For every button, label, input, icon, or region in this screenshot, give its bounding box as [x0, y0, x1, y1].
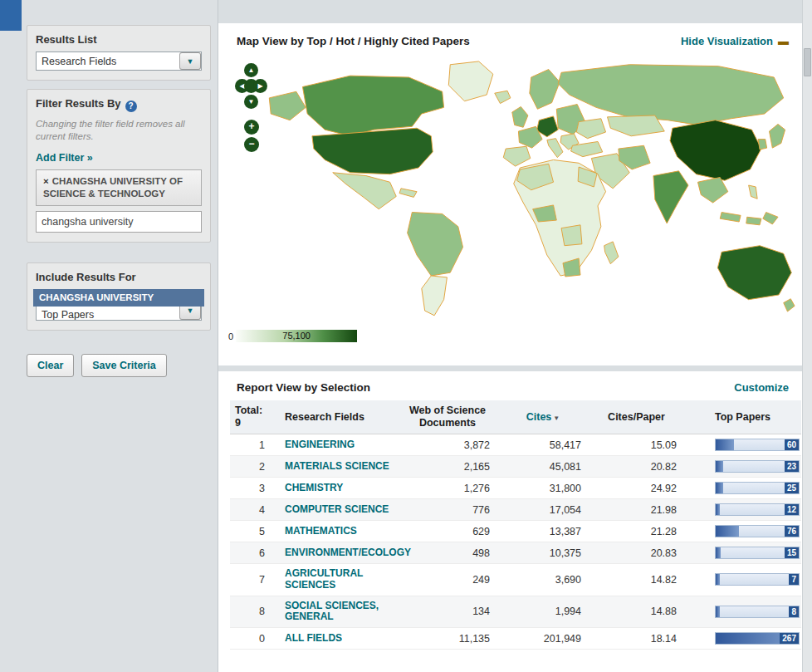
country-japan [770, 124, 785, 148]
top-papers-bar-fill [716, 526, 739, 537]
clear-button[interactable]: Clear [27, 354, 74, 377]
pan-down-button[interactable]: ▼ [244, 95, 258, 109]
top-papers-bar: 60 [715, 439, 800, 451]
column-header-wos-documents[interactable]: Web of Science Documents [398, 400, 497, 434]
top-papers-bar-fill [716, 483, 723, 493]
add-filter-link[interactable]: Add Filter » [36, 152, 93, 164]
country-greenland [448, 61, 493, 101]
country-philippines [749, 185, 758, 199]
top-papers-value: 76 [785, 526, 799, 537]
filter-note: Changing the filter field removes all cu… [36, 118, 202, 143]
country-scandinavia [530, 69, 560, 109]
help-icon[interactable]: ? [125, 101, 137, 112]
row-rank: 6 [230, 542, 281, 564]
top-papers-bar-fill [716, 461, 723, 472]
scrollbar-thumb[interactable] [804, 48, 811, 76]
row-field-link[interactable]: ENVIRONMENT/ECOLOGY [285, 547, 411, 559]
row-rank: 7 [230, 564, 281, 596]
pan-up-button[interactable]: ▲ [244, 63, 258, 77]
country-kazakhstan [608, 115, 665, 136]
row-cites: 45,081 [497, 456, 589, 478]
results-list-panel: Results List Research Fields ▼ [27, 25, 211, 81]
map-view-title: Map View by Top / Hot / Highly Cited Pap… [237, 35, 470, 47]
country-argentina [422, 276, 448, 316]
row-field-cell: COMPUTER SCIENCE [281, 499, 398, 521]
sort-desc-icon: ▼ [553, 414, 560, 422]
row-field-link[interactable]: COMPUTER SCIENCE [285, 504, 389, 516]
zoom-in-button[interactable]: + [244, 120, 259, 135]
filter-search-input[interactable] [36, 211, 202, 233]
results-list-dropdown[interactable]: Research Fields ▼ [36, 52, 202, 71]
country-spain [503, 146, 531, 166]
column-header-cites[interactable]: Cites▼ [497, 400, 589, 434]
row-cites-per-paper: 21.28 [589, 521, 684, 542]
app-corner-block [0, 0, 22, 31]
row-field-cell: MATHEMATICS [281, 521, 398, 542]
hide-visualization-label: Hide Visualization [681, 35, 773, 47]
row-cites: 58,417 [497, 434, 589, 456]
top-papers-bar: 267 [715, 632, 800, 645]
chevron-down-icon[interactable]: ▼ [179, 52, 201, 70]
autocomplete-option-highlighted[interactable]: CHANGSHA UNIVERSITY [33, 289, 204, 307]
map-pan-control: ▲ ◀ ▶ ▼ [235, 63, 268, 111]
vertical-scrollbar[interactable] [802, 0, 812, 672]
country-indonesia-east [746, 217, 761, 225]
world-map-choropleth[interactable] [257, 55, 796, 317]
table-row: 0 ALL FIELDS 11,135 201,949 18.14 267 [230, 628, 801, 650]
column-header-top-papers[interactable]: Top Papers [684, 400, 801, 434]
row-rank: 2 [230, 456, 281, 478]
country-mexico [333, 173, 396, 209]
top-papers-value: 23 [785, 461, 799, 472]
map-zoom-control: + − [244, 120, 259, 152]
row-field-link[interactable]: SOCIAL SCIENCES, GENERAL [285, 601, 394, 624]
filter-title: Filter Results By? [36, 97, 202, 112]
top-papers-bar: 23 [715, 460, 800, 473]
column-header-research-fields[interactable]: Research Fields [281, 400, 398, 434]
report-table: Total: 9 Research Fields Web of Science … [230, 400, 801, 650]
row-top-papers-cell: 7 [684, 564, 801, 596]
row-field-link[interactable]: MATERIALS SCIENCE [285, 461, 389, 473]
row-cites-per-paper: 14.82 [589, 564, 684, 596]
row-field-link[interactable]: ALL FIELDS [285, 633, 342, 645]
top-papers-value: 267 [780, 633, 799, 644]
remove-filter-icon[interactable]: × [43, 176, 49, 186]
country-indonesia [720, 213, 741, 222]
row-docs: 11,135 [398, 628, 497, 650]
row-rank: 0 [230, 628, 281, 650]
legend-max-value: 75,100 [282, 331, 311, 341]
row-field-cell: ALL FIELDS [281, 628, 398, 650]
pan-right-button[interactable]: ▶ [253, 79, 267, 93]
report-table-body: 1 ENGINEERING 3,872 58,417 15.09 60 2 MA… [230, 434, 801, 650]
row-cites-per-paper: 14.88 [589, 596, 684, 628]
table-row: 4 COMPUTER SCIENCE 776 17,054 21.98 12 [230, 499, 801, 521]
zoom-out-button[interactable]: − [244, 137, 259, 152]
country-india [653, 171, 688, 223]
hide-visualization-link[interactable]: Hide Visualization ▬ [681, 35, 789, 47]
filter-title-label: Filter Results By [36, 97, 121, 110]
table-row: 2 MATERIALS SCIENCE 2,165 45,081 20.82 2… [230, 456, 801, 478]
row-field-link[interactable]: ENGINEERING [285, 439, 355, 451]
top-papers-value: 60 [785, 439, 799, 450]
include-results-title: Include Results For [36, 271, 202, 283]
customize-link[interactable]: Customize [734, 381, 789, 394]
top-papers-bar: 76 [715, 525, 800, 537]
country-new-guinea [763, 213, 778, 224]
save-criteria-button[interactable]: Save Criteria [81, 354, 166, 377]
top-papers-bar-fill [716, 439, 734, 450]
row-field-link[interactable]: CHEMISTRY [285, 483, 343, 494]
country-canada [302, 76, 443, 136]
row-docs: 249 [398, 564, 497, 596]
column-header-cites-per-paper[interactable]: Cites/Paper [589, 400, 684, 434]
top-papers-value: 15 [785, 547, 799, 558]
active-filter-chip[interactable]: ×CHANGSHA UNIVERSITY OF SCIENCE & TECHNO… [36, 169, 202, 206]
top-papers-bar: 25 [715, 482, 800, 494]
row-rank: 8 [230, 596, 281, 628]
sidebar-actions: Clear Save Criteria [27, 354, 211, 377]
row-field-link[interactable]: MATHEMATICS [285, 526, 357, 537]
row-field-cell: ENVIRONMENT/ECOLOGY [281, 542, 398, 564]
report-table-header-row: Total: 9 Research Fields Web of Science … [230, 400, 801, 434]
row-field-link[interactable]: AGRICULTURAL SCIENCES [285, 568, 394, 591]
top-papers-bar: 12 [715, 503, 800, 516]
row-top-papers-cell: 15 [684, 542, 801, 564]
country-australia [717, 246, 791, 300]
